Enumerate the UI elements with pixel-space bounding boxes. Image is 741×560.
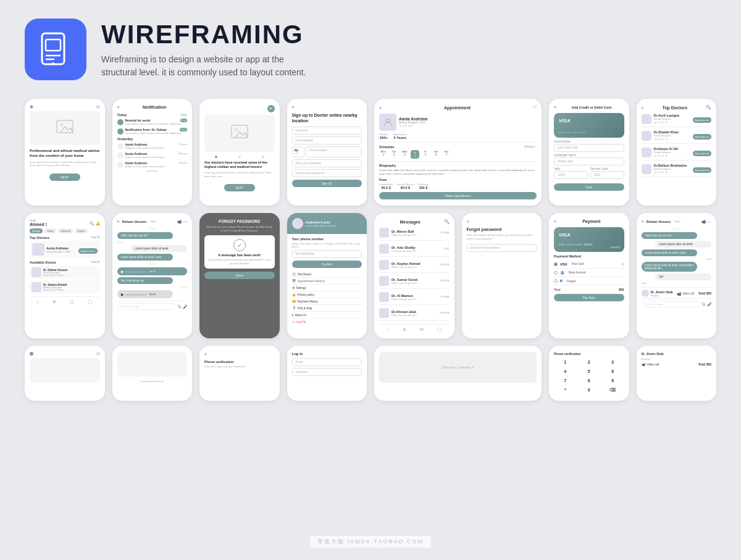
mic-icon-2[interactable]: 🎤 — [707, 302, 711, 306]
video-call-icon[interactable]: 📹 — [677, 291, 681, 296]
key-0[interactable]: 0 — [578, 386, 601, 395]
login-password[interactable]: Password — [292, 368, 362, 376]
msg-contact[interactable]: Dr. Samar Faruk Hello, how are you sir? … — [379, 276, 450, 289]
tab-heart[interactable]: Heart — [44, 228, 56, 233]
menu-item-settings[interactable]: ⚙ Settings — [292, 285, 362, 291]
phone-input[interactable]: Phone number — [306, 146, 362, 157]
appointment-btn-3[interactable]: Appointment — [693, 151, 711, 156]
search-icon-msgs[interactable]: 🔍 — [444, 219, 450, 224]
msg-contact[interactable]: Dr.Ahmed Jalal Hello, how are you sir? 0… — [379, 308, 450, 321]
valid-input[interactable]: 10/20 — [554, 171, 588, 179]
appointment-btn-2[interactable]: Appointment — [693, 134, 711, 140]
menu-item-about[interactable]: ℹ About Us — [292, 312, 362, 319]
key-star[interactable]: * — [554, 386, 577, 395]
msg-contact[interactable]: Dr. Ado Shelby Lorem ipsum dolor sit? 12… — [379, 244, 450, 257]
key-2[interactable]: 2 — [578, 358, 601, 366]
top-doc-appt-btn[interactable]: Appointment — [78, 248, 97, 254]
key-1[interactable]: 1 — [554, 358, 577, 366]
done-btn[interactable]: Done — [204, 272, 275, 279]
msg-bubble: Hey man whats up — [117, 277, 174, 284]
confirm-btn-profile[interactable]: Confirm — [292, 261, 362, 268]
nav-home-msgs[interactable]: ⌂ — [386, 327, 388, 332]
nav-home[interactable]: ⌂ — [36, 299, 39, 304]
card-number-input[interactable]: 1234 0000 5789 — [554, 144, 624, 152]
nav-profile[interactable]: ◯ — [88, 299, 93, 304]
key-del[interactable]: ⌫ — [601, 386, 624, 395]
chat-icon-appt[interactable]: ♡ — [533, 105, 537, 110]
key-8[interactable]: 8 — [578, 377, 601, 385]
back-arrow-notif[interactable]: < — [117, 105, 120, 109]
nav-profile-msgs[interactable]: ◯ — [437, 327, 442, 332]
video-icon-chat[interactable]: 📹 — [177, 219, 182, 224]
appointment-btn-4[interactable]: Appointment — [693, 167, 711, 173]
menu-item-faq[interactable]: ❓ FAQ & Help — [292, 305, 362, 312]
back-arrow-signup[interactable]: < — [292, 105, 295, 109]
security-input[interactable]: 2401 — [590, 171, 624, 179]
bell-icon-home[interactable]: 🔔 — [96, 221, 100, 225]
search-icon-home[interactable]: 🔍 — [90, 221, 94, 225]
back-arrow-payment[interactable]: < — [554, 219, 556, 224]
attach-icon[interactable]: 📎 — [177, 304, 182, 309]
key-7[interactable]: 7 — [554, 377, 577, 385]
msg-contact[interactable]: Dr. Hayley Ahmed Hello, how are you sir?… — [379, 260, 450, 273]
app-icon — [25, 19, 86, 80]
video-icon-chat2[interactable]: 📹 — [701, 219, 706, 224]
search-icon-docs[interactable]: 🔍 — [706, 105, 711, 110]
see-all-top[interactable]: See All — [91, 236, 99, 240]
appointment-btn-1[interactable]: Appointment — [693, 117, 711, 123]
key-9[interactable]: 9 — [601, 377, 624, 385]
nav-calendar[interactable]: ◫ — [70, 299, 74, 304]
menu-item-privacy[interactable]: 🔒 Privacy policy — [292, 291, 362, 298]
back-arrow-appt[interactable]: < — [379, 106, 382, 110]
key-6[interactable]: 6 — [601, 367, 624, 375]
forgot-pw-email-input[interactable]: Email or Phone number — [467, 244, 537, 252]
tab-general[interactable]: General — [58, 228, 73, 233]
key-5[interactable]: 5 — [578, 367, 601, 375]
confirm-password-input[interactable]: Confirm your password — [292, 169, 362, 177]
menu-item-appt-history[interactable]: 📅 Appointment History — [292, 278, 362, 285]
key-3[interactable]: 3 — [601, 358, 624, 366]
menu-icon-chat2[interactable]: ⋯ — [708, 219, 711, 224]
menu-item-test[interactable]: 📋 Test Result — [292, 271, 362, 278]
tab-dental[interactable]: Dental — [30, 228, 43, 233]
nav-search-msgs[interactable]: ⊕ — [403, 327, 406, 332]
see-all-avail[interactable]: See All — [91, 261, 99, 264]
make-appt-btn[interactable]: Make Appointment — [379, 192, 537, 199]
back-arrow-card[interactable]: < — [554, 105, 556, 109]
next-btn-service[interactable]: NEXT — [224, 184, 255, 191]
key-4[interactable]: 4 — [554, 367, 577, 375]
message-input[interactable]: Write a message... — [117, 303, 177, 310]
phone-number-input[interactable]: 854743250499 — [292, 250, 362, 258]
signup-btn[interactable]: Sign Up — [292, 180, 362, 187]
payment-visa[interactable]: VISA Visa Card ⊙ — [554, 260, 624, 269]
next-btn-onboard[interactable]: NEXT — [49, 173, 80, 181]
menu-item-payment[interactable]: 💳 Payment History — [292, 298, 362, 305]
header: WIREFRAMING Wireframing is to design a w… — [25, 19, 716, 80]
back-arrow-chat2[interactable]: < — [642, 219, 644, 224]
msg-contact[interactable]: Dr. Mirror Ball Hello, how are you sir? … — [379, 228, 450, 241]
mic-icon[interactable]: 🎤 — [183, 304, 187, 309]
attach-icon-2[interactable]: 📎 — [701, 302, 706, 306]
menu-item-logout[interactable]: ↪ Log Out — [292, 319, 362, 325]
clear-btn[interactable]: Clear — [180, 114, 187, 117]
back-arrow-fp[interactable]: < — [467, 219, 469, 224]
login-email[interactable]: Email — [292, 358, 362, 366]
save-card-btn[interactable]: Save — [554, 183, 624, 191]
payment-bank[interactable]: 🏦 Bank Account — [554, 269, 624, 277]
menu-icon-chat[interactable]: ⋯ — [183, 219, 187, 224]
add-icon[interactable]: + — [267, 105, 275, 112]
watermark: 早道大咖 IAMDK.TAOBAO.COM — [310, 536, 431, 548]
back-arrow-docs[interactable]: < — [642, 106, 644, 110]
nav-msg[interactable]: ✉ — [420, 327, 424, 332]
tab-gener[interactable]: Gener — [75, 228, 88, 233]
payment-paypal[interactable]: P Paypal — [554, 277, 624, 285]
back-arrow-chat[interactable]: < — [117, 219, 120, 224]
cardholder-input[interactable]: Ahmed Jalal — [554, 157, 624, 165]
password-input[interactable]: Enter your password — [292, 159, 362, 167]
msg-contact[interactable]: Dr. Al Mamun Hello, how are you sir? 03:… — [379, 292, 450, 305]
message-input-2[interactable]: Write a message... — [642, 301, 701, 307]
pay-now-btn[interactable]: Pay Now — [554, 294, 624, 301]
full-name-input[interactable]: Full name — [292, 127, 362, 135]
email-input[interactable]: Email address — [292, 136, 362, 144]
nav-search[interactable]: ⊕ — [52, 299, 56, 304]
